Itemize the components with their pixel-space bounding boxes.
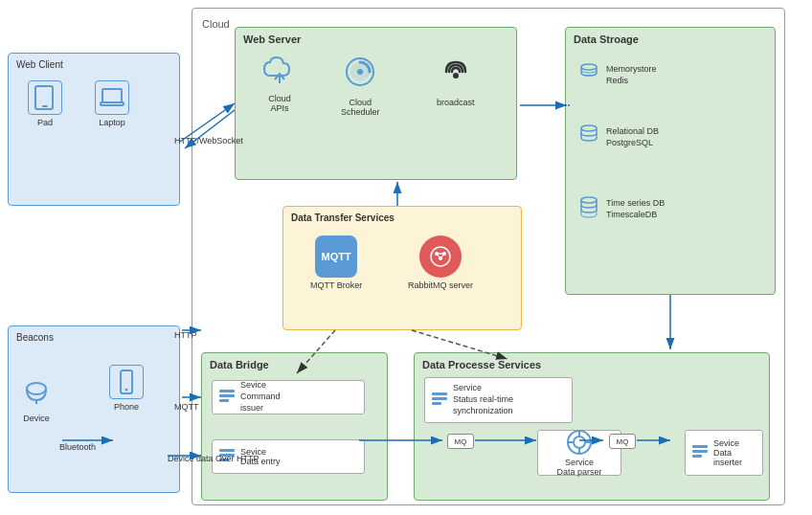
rabbitmq-icon	[419, 235, 462, 278]
phone-icon	[109, 365, 144, 399]
data-bridge-label: Data Bridge	[210, 359, 269, 370]
data-storage-region: Data Stroage MemorystoreRedis Relational…	[565, 27, 776, 295]
cloud-apis-item: CloudAPIs	[262, 55, 297, 113]
cloud-scheduler-label: CloudScheduler	[341, 98, 380, 117]
beacons-region: Beacons Device Phone	[8, 325, 180, 493]
timeseries-db-icon	[577, 195, 600, 223]
mqtt-broker-item: MQTT MQTT Broker	[310, 235, 362, 290]
device-data-http-label: Device data Over HTTP	[168, 454, 259, 463]
cloud-scheduler-item: CloudScheduler	[341, 55, 380, 117]
data-process-region: Data Processe Services ServiceStatus rea…	[414, 352, 770, 501]
service-data-parser-label: ServiceData parser	[556, 458, 601, 477]
svg-rect-25	[219, 399, 229, 402]
data-storage-label: Data Stroage	[574, 34, 639, 45]
service-data-parser-icon	[566, 429, 593, 458]
phone-label: Phone	[114, 402, 139, 412]
pad-icon	[28, 80, 62, 115]
service-status-label: ServiceStatus real-timesynchronization	[453, 383, 513, 416]
memorystore-redis-item: MemorystoreRedis	[577, 61, 657, 89]
svg-rect-24	[219, 394, 235, 397]
svg-rect-3	[101, 102, 124, 105]
svg-rect-31	[432, 402, 441, 405]
cloud-apis-label: CloudAPIs	[268, 94, 291, 113]
laptop-item: Laptop	[95, 80, 129, 127]
service-command-icon	[218, 387, 236, 408]
web-client-label: Web Client	[16, 59, 63, 70]
web-client-region: Web Client Pad Laptop	[8, 53, 180, 206]
svg-line-20	[437, 254, 440, 258]
svg-rect-2	[102, 89, 122, 102]
svg-point-13	[581, 64, 597, 70]
bluetooth-label: Bluetooth	[59, 442, 96, 452]
svg-point-7	[125, 389, 128, 392]
data-bridge-region: Data Bridge SeviceCommandissuer SeviceDa…	[201, 352, 388, 501]
data-transfer-label: Data Transfer Services	[291, 213, 395, 223]
rabbitmq-label: RabbitMQ server	[408, 280, 473, 290]
svg-rect-23	[219, 390, 235, 392]
timeseries-db-label: Time series DBTimescaleDB	[606, 198, 665, 220]
timeseries-db-item: Time series DBTimescaleDB	[577, 195, 665, 223]
device-icon	[23, 379, 50, 412]
svg-point-4	[27, 383, 46, 394]
svg-rect-39	[692, 450, 708, 453]
rabbitmq-item: RabbitMQ server	[408, 235, 473, 290]
web-server-label: Web Server	[243, 34, 301, 45]
service-command-issuer: SeviceCommandissuer	[212, 380, 365, 414]
broadcast-item: broadcast	[437, 55, 475, 107]
broadcast-label: broadcast	[437, 98, 475, 107]
relational-db-item: Relational DBPostgreSQL	[577, 123, 659, 151]
device-item: Device	[23, 379, 50, 423]
mqtt-label: MQTT	[174, 402, 199, 412]
mqtt-broker-icon: MQTT	[315, 235, 357, 278]
data-process-label: Data Processe Services	[422, 359, 541, 370]
laptop-icon	[95, 80, 129, 115]
relational-db-icon	[577, 123, 600, 151]
pad-item: Pad	[28, 80, 62, 127]
mq-box-2: MQ	[609, 434, 636, 449]
service-data-inserter-icon	[691, 442, 709, 463]
service-data-inserter: SeviceData inserter	[685, 430, 763, 476]
relational-db-label: Relational DBPostgreSQL	[606, 126, 659, 148]
phone-item: Phone	[109, 365, 144, 412]
mq-box-1: MQ	[447, 434, 474, 449]
mq-label-1: MQ	[455, 437, 467, 446]
mq-label-2: MQ	[617, 437, 629, 446]
svg-rect-30	[432, 397, 447, 400]
cloud-scheduler-icon	[343, 55, 377, 96]
svg-point-15	[581, 197, 597, 203]
beacons-label: Beacons	[16, 332, 54, 343]
broadcast-icon	[439, 55, 473, 96]
pad-label: Pad	[37, 118, 53, 127]
svg-rect-1	[42, 105, 48, 107]
memorystore-redis-label: MemorystoreRedis	[606, 64, 657, 86]
svg-rect-29	[432, 392, 447, 395]
laptop-label: Laptop	[99, 118, 125, 127]
service-status-sync: ServiceStatus real-timesynchronization	[424, 377, 573, 423]
memorystore-redis-icon	[577, 61, 600, 89]
http-label: HTTP	[174, 330, 197, 340]
service-data-inserter-label: SeviceData inserter	[713, 438, 756, 467]
cloud-apis-icon	[262, 55, 297, 92]
cloud-label: Cloud	[202, 18, 230, 30]
data-transfer-region: Data Transfer Services MQTT MQTT Broker …	[282, 206, 522, 330]
web-server-region: Web Server CloudAPIs CloudScheduler	[235, 27, 517, 180]
svg-rect-38	[692, 445, 708, 448]
svg-rect-26	[219, 449, 235, 452]
svg-point-12	[453, 73, 459, 78]
device-label: Device	[23, 414, 50, 423]
service-command-label: SeviceCommandissuer	[240, 380, 281, 414]
mqtt-broker-label: MQTT Broker	[310, 280, 362, 290]
svg-point-11	[357, 69, 363, 75]
http-websocket-label: HTTP/WebSocket	[174, 136, 243, 146]
service-status-icon	[431, 390, 448, 411]
svg-point-33	[574, 437, 585, 448]
svg-point-14	[581, 125, 597, 131]
architecture-diagram: { "title": "System Architecture Diagram"…	[0, 0, 812, 515]
svg-line-21	[440, 254, 444, 258]
svg-rect-40	[692, 455, 702, 458]
